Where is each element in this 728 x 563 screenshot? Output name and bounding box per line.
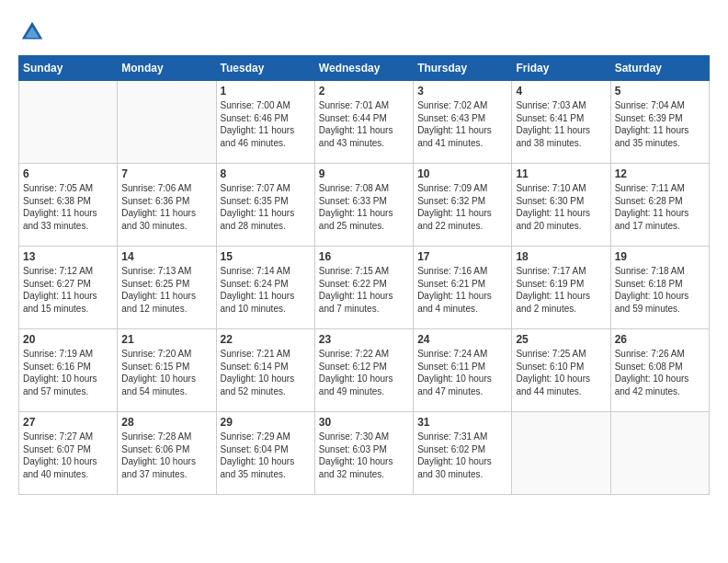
calendar-cell: 3Sunrise: 7:02 AM Sunset: 6:43 PM Daylig… — [414, 81, 512, 164]
day-number: 3 — [417, 85, 507, 98]
logo-icon — [18, 18, 46, 46]
calendar-week-row: 13Sunrise: 7:12 AM Sunset: 6:27 PM Dayli… — [19, 247, 710, 329]
calendar-week-row: 27Sunrise: 7:27 AM Sunset: 6:07 PM Dayli… — [19, 412, 710, 495]
day-info: Sunrise: 7:00 AM Sunset: 6:46 PM Dayligh… — [221, 99, 311, 149]
day-number: 5 — [615, 85, 705, 98]
calendar-cell: 27Sunrise: 7:27 AM Sunset: 6:07 PM Dayli… — [19, 412, 118, 495]
day-info: Sunrise: 7:15 AM Sunset: 6:22 PM Dayligh… — [319, 265, 409, 315]
day-number: 22 — [221, 333, 311, 346]
day-info: Sunrise: 7:29 AM Sunset: 6:04 PM Dayligh… — [221, 431, 311, 480]
day-number: 28 — [121, 416, 211, 429]
calendar-cell: 21Sunrise: 7:20 AM Sunset: 6:15 PM Dayli… — [118, 329, 216, 412]
day-number: 24 — [417, 333, 507, 346]
weekday-header: Thursday — [414, 56, 512, 81]
day-info: Sunrise: 7:19 AM Sunset: 6:16 PM Dayligh… — [23, 348, 113, 397]
calendar-cell: 19Sunrise: 7:18 AM Sunset: 6:18 PM Dayli… — [610, 247, 709, 329]
day-number: 7 — [121, 167, 211, 180]
day-number: 29 — [221, 416, 311, 429]
day-info: Sunrise: 7:22 AM Sunset: 6:12 PM Dayligh… — [319, 348, 409, 397]
day-info: Sunrise: 7:12 AM Sunset: 6:27 PM Dayligh… — [23, 265, 113, 315]
calendar-cell: 4Sunrise: 7:03 AM Sunset: 6:41 PM Daylig… — [512, 81, 610, 164]
calendar-cell: 29Sunrise: 7:29 AM Sunset: 6:04 PM Dayli… — [216, 412, 314, 495]
calendar-cell: 30Sunrise: 7:30 AM Sunset: 6:03 PM Dayli… — [314, 412, 413, 495]
calendar-cell: 31Sunrise: 7:31 AM Sunset: 6:02 PM Dayli… — [414, 412, 512, 495]
weekday-header: Saturday — [610, 56, 709, 81]
day-number: 16 — [319, 250, 409, 263]
weekday-header: Friday — [512, 56, 610, 81]
day-number: 20 — [23, 333, 113, 346]
day-number: 10 — [417, 167, 507, 180]
day-info: Sunrise: 7:05 AM Sunset: 6:38 PM Dayligh… — [23, 182, 113, 232]
calendar-cell — [118, 81, 216, 164]
calendar-cell: 26Sunrise: 7:26 AM Sunset: 6:08 PM Dayli… — [610, 329, 709, 412]
logo — [18, 18, 50, 46]
calendar-cell: 23Sunrise: 7:22 AM Sunset: 6:12 PM Dayli… — [314, 329, 413, 412]
calendar-cell: 25Sunrise: 7:25 AM Sunset: 6:10 PM Dayli… — [512, 329, 610, 412]
day-info: Sunrise: 7:17 AM Sunset: 6:19 PM Dayligh… — [516, 265, 606, 315]
day-number: 19 — [615, 250, 705, 263]
calendar-week-row: 1Sunrise: 7:00 AM Sunset: 6:46 PM Daylig… — [19, 81, 710, 164]
calendar-cell — [610, 412, 709, 495]
calendar-cell: 16Sunrise: 7:15 AM Sunset: 6:22 PM Dayli… — [314, 247, 413, 329]
day-info: Sunrise: 7:04 AM Sunset: 6:39 PM Dayligh… — [615, 99, 705, 149]
day-info: Sunrise: 7:07 AM Sunset: 6:35 PM Dayligh… — [221, 182, 311, 232]
calendar-cell: 10Sunrise: 7:09 AM Sunset: 6:32 PM Dayli… — [414, 164, 512, 247]
weekday-header: Wednesday — [314, 56, 413, 81]
calendar-cell: 9Sunrise: 7:08 AM Sunset: 6:33 PM Daylig… — [314, 164, 413, 247]
day-info: Sunrise: 7:25 AM Sunset: 6:10 PM Dayligh… — [516, 348, 606, 397]
calendar-cell: 24Sunrise: 7:24 AM Sunset: 6:11 PM Dayli… — [414, 329, 512, 412]
calendar-cell — [19, 81, 118, 164]
day-info: Sunrise: 7:31 AM Sunset: 6:02 PM Dayligh… — [417, 431, 507, 480]
calendar-cell: 7Sunrise: 7:06 AM Sunset: 6:36 PM Daylig… — [118, 164, 216, 247]
day-info: Sunrise: 7:14 AM Sunset: 6:24 PM Dayligh… — [221, 265, 311, 315]
day-info: Sunrise: 7:11 AM Sunset: 6:28 PM Dayligh… — [615, 182, 705, 232]
day-number: 21 — [121, 333, 211, 346]
calendar-table: SundayMondayTuesdayWednesdayThursdayFrid… — [18, 55, 710, 495]
day-info: Sunrise: 7:28 AM Sunset: 6:06 PM Dayligh… — [121, 431, 211, 480]
day-number: 12 — [615, 167, 705, 180]
day-number: 18 — [516, 250, 606, 263]
calendar-cell: 13Sunrise: 7:12 AM Sunset: 6:27 PM Dayli… — [19, 247, 118, 329]
day-number: 1 — [221, 85, 311, 98]
day-info: Sunrise: 7:13 AM Sunset: 6:25 PM Dayligh… — [121, 265, 211, 315]
day-info: Sunrise: 7:21 AM Sunset: 6:14 PM Dayligh… — [221, 348, 311, 397]
calendar-header-row: SundayMondayTuesdayWednesdayThursdayFrid… — [19, 56, 710, 81]
day-number: 31 — [417, 416, 507, 429]
day-number: 26 — [615, 333, 705, 346]
day-number: 8 — [221, 167, 311, 180]
calendar-cell: 20Sunrise: 7:19 AM Sunset: 6:16 PM Dayli… — [19, 329, 118, 412]
page-header — [18, 18, 710, 46]
calendar-cell: 12Sunrise: 7:11 AM Sunset: 6:28 PM Dayli… — [610, 164, 709, 247]
day-info: Sunrise: 7:03 AM Sunset: 6:41 PM Dayligh… — [516, 99, 606, 149]
calendar-cell: 18Sunrise: 7:17 AM Sunset: 6:19 PM Dayli… — [512, 247, 610, 329]
day-info: Sunrise: 7:26 AM Sunset: 6:08 PM Dayligh… — [615, 348, 705, 397]
day-info: Sunrise: 7:10 AM Sunset: 6:30 PM Dayligh… — [516, 182, 606, 232]
calendar-cell: 28Sunrise: 7:28 AM Sunset: 6:06 PM Dayli… — [118, 412, 216, 495]
calendar-cell: 17Sunrise: 7:16 AM Sunset: 6:21 PM Dayli… — [414, 247, 512, 329]
calendar-cell: 14Sunrise: 7:13 AM Sunset: 6:25 PM Dayli… — [118, 247, 216, 329]
calendar-week-row: 20Sunrise: 7:19 AM Sunset: 6:16 PM Dayli… — [19, 329, 710, 412]
day-number: 4 — [516, 85, 606, 98]
day-number: 14 — [121, 250, 211, 263]
calendar-cell: 22Sunrise: 7:21 AM Sunset: 6:14 PM Dayli… — [216, 329, 314, 412]
day-number: 13 — [23, 250, 113, 263]
day-info: Sunrise: 7:09 AM Sunset: 6:32 PM Dayligh… — [417, 182, 507, 232]
day-number: 9 — [319, 167, 409, 180]
day-info: Sunrise: 7:20 AM Sunset: 6:15 PM Dayligh… — [121, 348, 211, 397]
day-info: Sunrise: 7:16 AM Sunset: 6:21 PM Dayligh… — [417, 265, 507, 315]
weekday-header: Sunday — [19, 56, 118, 81]
day-info: Sunrise: 7:18 AM Sunset: 6:18 PM Dayligh… — [615, 265, 705, 315]
day-info: Sunrise: 7:06 AM Sunset: 6:36 PM Dayligh… — [121, 182, 211, 232]
calendar-cell: 5Sunrise: 7:04 AM Sunset: 6:39 PM Daylig… — [610, 81, 709, 164]
day-info: Sunrise: 7:30 AM Sunset: 6:03 PM Dayligh… — [319, 431, 409, 480]
day-info: Sunrise: 7:08 AM Sunset: 6:33 PM Dayligh… — [319, 182, 409, 232]
day-number: 23 — [319, 333, 409, 346]
day-number: 2 — [319, 85, 409, 98]
calendar-cell: 8Sunrise: 7:07 AM Sunset: 6:35 PM Daylig… — [216, 164, 314, 247]
calendar-cell: 15Sunrise: 7:14 AM Sunset: 6:24 PM Dayli… — [216, 247, 314, 329]
calendar-cell: 1Sunrise: 7:00 AM Sunset: 6:46 PM Daylig… — [216, 81, 314, 164]
calendar-cell: 2Sunrise: 7:01 AM Sunset: 6:44 PM Daylig… — [314, 81, 413, 164]
weekday-header: Monday — [118, 56, 216, 81]
day-number: 6 — [23, 167, 113, 180]
day-number: 15 — [221, 250, 311, 263]
